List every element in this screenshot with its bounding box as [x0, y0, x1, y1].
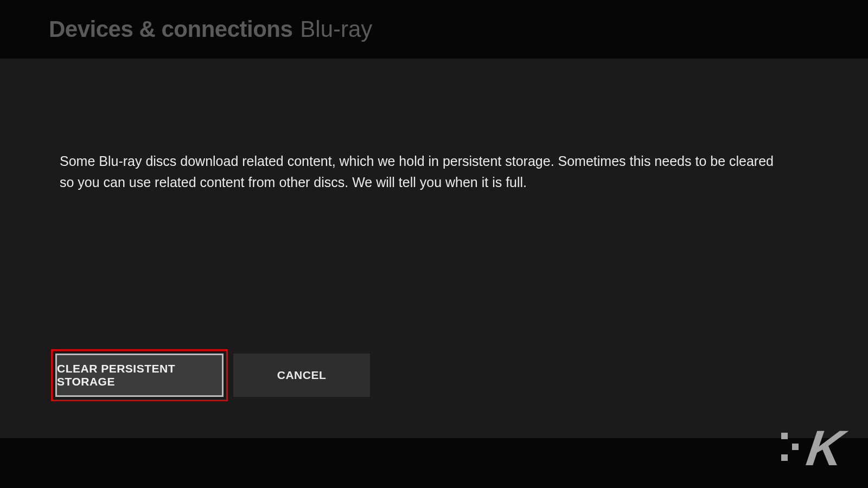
watermark-letter: K: [804, 428, 846, 468]
breadcrumb-parent: Devices & connections: [49, 16, 292, 42]
selection-highlight: CLEAR PERSISTENT STORAGE: [51, 349, 228, 401]
watermark-logo: K: [781, 428, 843, 468]
watermark-dots-icon: [781, 433, 805, 463]
content-area: Some Blu-ray discs download related cont…: [0, 59, 868, 438]
description-text: Some Blu-ray discs download related cont…: [60, 151, 781, 193]
clear-persistent-storage-button[interactable]: CLEAR PERSISTENT STORAGE: [55, 354, 224, 397]
breadcrumb-current: Blu-ray: [300, 16, 372, 42]
header-bar: Devices & connections Blu-ray: [0, 0, 868, 59]
footer-bar: [0, 438, 868, 488]
cancel-button[interactable]: CANCEL: [233, 354, 370, 397]
button-row: CLEAR PERSISTENT STORAGE CANCEL: [51, 349, 370, 401]
